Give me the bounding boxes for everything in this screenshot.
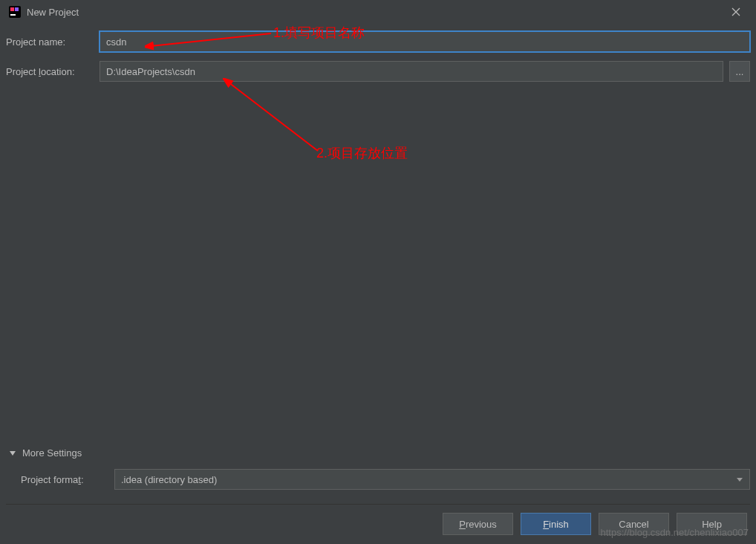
browse-button[interactable]: ... <box>729 61 750 82</box>
more-settings-toggle[interactable]: More Settings <box>6 447 750 459</box>
svg-rect-3 <box>10 14 16 16</box>
project-name-label: Project name: <box>6 36 100 48</box>
svg-marker-6 <box>10 451 16 456</box>
svg-line-11 <box>229 82 318 151</box>
divider <box>6 504 750 505</box>
chevron-down-icon <box>9 450 16 457</box>
chevron-down-icon <box>736 474 743 485</box>
annotation-arrow-2 <box>223 78 323 156</box>
annotation-2: 2.项目存放位置 <box>316 144 408 162</box>
close-icon <box>731 7 740 16</box>
close-button[interactable] <box>725 3 747 21</box>
project-format-select[interactable]: .idea (directory based) <box>114 469 750 490</box>
project-format-value: .idea (directory based) <box>121 474 217 485</box>
finish-button[interactable]: Finish <box>521 513 591 535</box>
project-format-label: Project format: <box>21 474 114 485</box>
svg-rect-2 <box>15 7 19 11</box>
more-settings-label: More Settings <box>22 447 82 459</box>
project-location-input[interactable] <box>100 61 723 82</box>
app-icon <box>9 6 21 18</box>
previous-button[interactable]: Previous <box>443 513 513 535</box>
project-location-label: Project location: <box>6 66 100 77</box>
window-title: New Project <box>27 7 725 18</box>
project-name-input[interactable] <box>100 31 750 52</box>
svg-marker-7 <box>737 478 743 482</box>
svg-rect-1 <box>10 7 14 11</box>
watermark: https://blog.csdn.net/chenlixiao007 <box>601 527 749 538</box>
